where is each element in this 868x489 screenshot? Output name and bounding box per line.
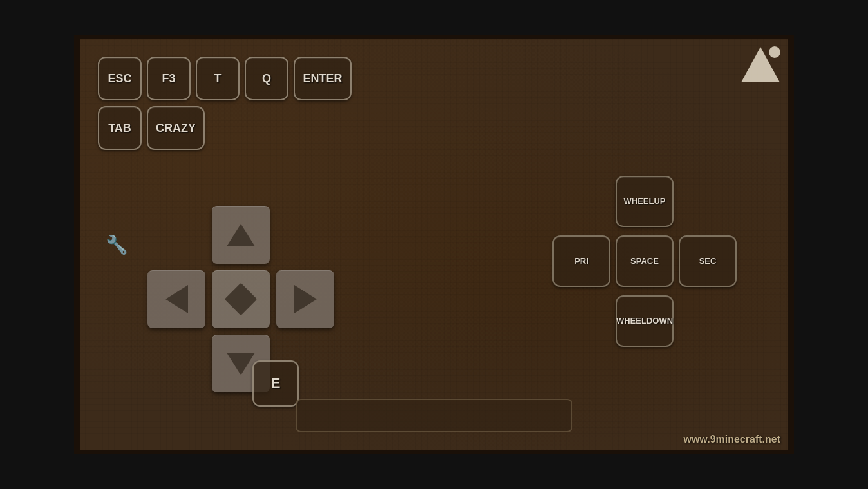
wheelup-button[interactable]: WHEELUP bbox=[616, 176, 674, 227]
keyboard-row-2: TAB CRAZY bbox=[98, 106, 205, 150]
dpad-right-button[interactable] bbox=[276, 270, 334, 328]
action-empty-4 bbox=[679, 295, 737, 347]
watermark: www.9minecraft.net bbox=[683, 434, 780, 445]
dpad-down-arrow-icon bbox=[227, 353, 255, 375]
action-empty-2 bbox=[679, 176, 737, 227]
settings-icon[interactable]: 🔧 bbox=[106, 234, 128, 255]
f3-key[interactable]: F3 bbox=[147, 57, 191, 100]
t-key[interactable]: T bbox=[196, 57, 240, 100]
action-cluster: WHEELUP PRI SPACE SEC WHEELDOWN bbox=[552, 174, 737, 348]
pri-button[interactable]: PRI bbox=[552, 235, 610, 287]
wheeldown-button[interactable]: WHEELDOWN bbox=[616, 295, 674, 347]
dpad-up-arrow-icon bbox=[227, 224, 255, 246]
border-bottom bbox=[0, 454, 868, 489]
action-empty-1 bbox=[552, 176, 610, 227]
hotbar bbox=[296, 399, 572, 432]
keyboard-row-1: ESC F3 T Q ENTER bbox=[98, 57, 352, 100]
sec-button[interactable]: SEC bbox=[679, 235, 737, 287]
dpad-left-button[interactable] bbox=[147, 270, 205, 328]
border-left bbox=[0, 0, 74, 489]
esc-key[interactable]: ESC bbox=[98, 57, 142, 100]
game-area: ESC F3 T Q ENTER TAB CRAZY 🔧 E WHE bbox=[80, 39, 788, 450]
crazy-key[interactable]: CRAZY bbox=[147, 106, 205, 150]
enter-key[interactable]: ENTER bbox=[294, 57, 352, 100]
logo-circle-icon bbox=[769, 46, 780, 58]
border-right bbox=[794, 0, 868, 489]
dpad-up-button[interactable] bbox=[212, 206, 270, 264]
logo-triangle-icon bbox=[741, 47, 780, 82]
dpad-left-arrow-icon bbox=[165, 285, 188, 313]
space-button[interactable]: SPACE bbox=[616, 235, 674, 287]
q-key[interactable]: Q bbox=[245, 57, 288, 100]
e-button[interactable]: E bbox=[252, 360, 299, 407]
top-logo bbox=[738, 44, 783, 89]
border-top bbox=[0, 0, 868, 35]
tab-key[interactable]: TAB bbox=[98, 106, 142, 150]
dpad-container bbox=[144, 206, 337, 399]
action-empty-3 bbox=[552, 295, 610, 347]
dpad-center-button[interactable] bbox=[212, 270, 270, 328]
dpad-center-diamond-icon bbox=[225, 283, 258, 316]
dpad-right-arrow-icon bbox=[294, 285, 317, 313]
